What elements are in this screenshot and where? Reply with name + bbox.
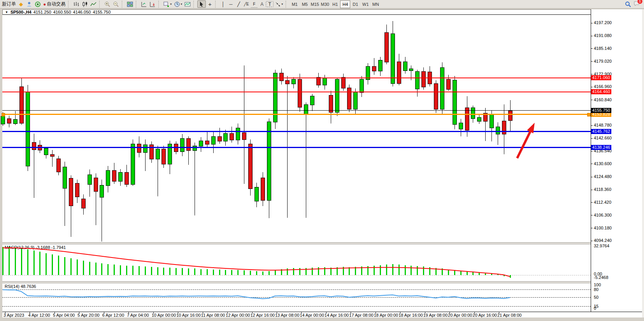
signal-icon-button[interactable] <box>33 0 42 8</box>
horizontal-line-object[interactable] <box>2 92 591 92</box>
cursor-tool-button[interactable] <box>197 0 206 8</box>
macd-histogram-bar <box>207 269 208 275</box>
candlestick-chart-button[interactable] <box>81 0 89 8</box>
timeframe-button-h4[interactable]: H4 <box>340 0 350 8</box>
macd-panel[interactable] <box>2 244 591 281</box>
search-icon[interactable] <box>625 1 631 7</box>
macd-histogram-bar <box>281 269 282 275</box>
fibonacci-tool-button[interactable]: F <box>250 0 258 8</box>
macd-histogram-bar <box>70 258 72 275</box>
price-axis[interactable]: 4197.2004191.0804185.1404179.0204172.900… <box>591 9 642 312</box>
signal-icon <box>35 1 41 7</box>
tile-windows-icon <box>127 1 133 7</box>
time-tick-label: 5 Apr 20:00 <box>77 313 99 317</box>
candle <box>75 183 79 198</box>
horizontal-line-tool-button[interactable]: ─ <box>227 0 235 8</box>
timeframe-button-h1[interactable]: H1 <box>330 0 340 8</box>
candle <box>186 138 191 151</box>
time-tick <box>203 312 203 314</box>
templates-button[interactable] <box>183 0 192 8</box>
new-order-button[interactable]: 新订单 <box>1 0 17 8</box>
line-handle[interactable] <box>2 113 5 116</box>
label-tool-button[interactable]: T <box>266 1 274 7</box>
price-tick <box>591 61 593 62</box>
price-tick <box>591 215 593 215</box>
text-tool-button[interactable]: A <box>258 0 266 8</box>
candle <box>13 119 18 124</box>
candle <box>26 92 30 166</box>
auto-trading-button[interactable]: ● 自动交易 <box>42 0 67 8</box>
candle <box>143 145 147 153</box>
candle <box>69 178 73 206</box>
macd-histogram-bar <box>237 270 239 275</box>
price-marker-label: 4164.460 <box>591 89 611 94</box>
macd-histogram-bar <box>491 274 492 275</box>
zoom-out-button[interactable] <box>112 0 120 8</box>
horizontal-line-object[interactable] <box>2 147 591 148</box>
toolbar-separator <box>193 1 196 8</box>
macd-histogram-bar <box>287 268 288 275</box>
time-tick <box>474 312 475 314</box>
line-handle[interactable] <box>587 113 591 116</box>
price-tick <box>591 125 593 126</box>
price-tick-label: 4094.240 <box>594 238 612 243</box>
new-chart-button[interactable]: ▾ <box>162 0 173 8</box>
price-tick <box>591 23 593 23</box>
window-menu-icon[interactable]: ▼ <box>5 11 8 14</box>
macd-histogram-bar <box>15 247 16 275</box>
candle <box>409 69 413 71</box>
crosshair-tool-button[interactable]: + <box>206 0 214 8</box>
arrows-tool-button[interactable]: ▾ <box>274 0 284 8</box>
macd-scale-label: -5.2468 <box>594 275 608 280</box>
candle <box>397 62 401 84</box>
chart-shift-button[interactable] <box>140 0 148 8</box>
macd-histogram-bar <box>114 265 115 275</box>
bar-chart-button[interactable] <box>72 0 81 8</box>
profiles-icon-button[interactable] <box>25 0 33 8</box>
timeframe-button-m5[interactable]: M5 <box>300 0 310 8</box>
price-tick-label: 4106.300 <box>594 213 612 217</box>
horizontal-line-object[interactable] <box>2 78 591 78</box>
vertical-line-tool-button[interactable]: │ <box>219 0 227 8</box>
macd-histogram-bar <box>275 270 276 275</box>
time-tick <box>252 312 253 314</box>
order-ticket-icon[interactable]: ◆ <box>17 0 25 8</box>
tile-windows-button[interactable] <box>126 0 134 8</box>
macd-histogram-bar <box>39 252 40 275</box>
timeframe-button-m1[interactable]: M1 <box>290 0 300 8</box>
timeframes-menu-button[interactable]: ▾ <box>173 0 183 8</box>
notifications-button[interactable]: 1 <box>633 0 640 8</box>
timeframe-button-mn[interactable]: MN <box>370 0 381 8</box>
macd-histogram-bar <box>497 274 498 275</box>
macd-histogram-bar <box>52 254 53 275</box>
timeframe-button-m15[interactable]: M15 <box>310 0 320 8</box>
candle <box>32 142 36 150</box>
timeframe-button-d1[interactable]: D1 <box>350 0 360 8</box>
time-tick <box>449 312 450 314</box>
time-tick <box>104 312 104 314</box>
macd-histogram-bar <box>145 266 146 275</box>
template-icon <box>184 1 191 7</box>
timeframe-button-m30[interactable]: M30 <box>320 0 330 8</box>
line-chart-button[interactable] <box>89 0 98 8</box>
macd-histogram-bar <box>510 275 511 278</box>
horizontal-line-object[interactable] <box>2 131 591 132</box>
candle <box>248 144 253 189</box>
timeframe-button-w1[interactable]: W1 <box>360 0 370 8</box>
horizontal-line-object[interactable] <box>2 114 591 115</box>
time-tick-label: 14 Apr 00:00 <box>300 313 324 317</box>
macd-histogram-bar <box>244 270 245 275</box>
macd-histogram-bar <box>367 266 369 275</box>
trendline-tool-button[interactable]: ╱ <box>235 0 242 8</box>
macd-histogram-bar <box>448 270 449 275</box>
time-tick-label: 3 Apr 2023 <box>4 313 24 317</box>
time-axis[interactable]: 3 Apr 20234 Apr 12:005 Apr 04:005 Apr 20… <box>2 312 642 317</box>
price-tick <box>591 202 593 203</box>
auto-scroll-button[interactable] <box>148 0 157 8</box>
macd-histogram-bar <box>417 266 418 275</box>
zoom-in-button[interactable] <box>103 0 112 8</box>
time-tick <box>277 312 277 314</box>
candle <box>323 78 327 85</box>
time-tick <box>54 312 55 314</box>
channel-tool-button[interactable]: ╱E <box>242 0 250 8</box>
